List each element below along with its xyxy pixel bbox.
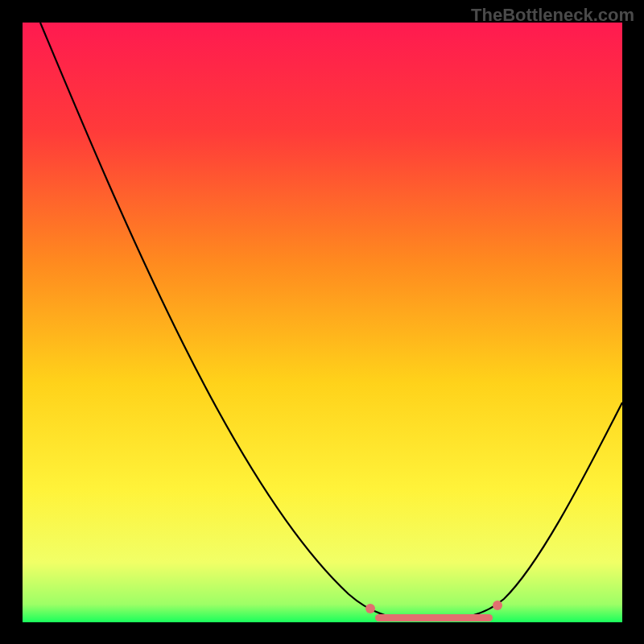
bottleneck-chart	[23, 23, 622, 622]
watermark-text: TheBottleneck.com	[471, 5, 634, 26]
svg-rect-0	[23, 23, 622, 622]
svg-rect-3	[375, 614, 493, 621]
svg-point-1	[365, 604, 375, 613]
svg-point-2	[493, 601, 502, 610]
